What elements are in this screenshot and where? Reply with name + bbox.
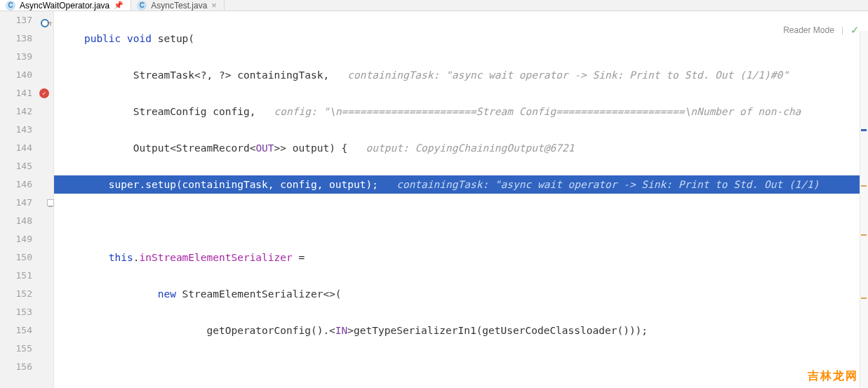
java-class-icon: C [6, 1, 15, 11]
line-number[interactable]: 138 [0, 29, 53, 48]
line-number[interactable]: 153 [0, 303, 53, 321]
pin-icon[interactable]: 📌 [114, 1, 123, 10]
line-number[interactable]: 147 [0, 194, 53, 212]
line-number[interactable]: 146 [0, 175, 53, 194]
fold-icon[interactable] [47, 199, 54, 206]
close-icon[interactable]: × [211, 0, 217, 11]
line-number[interactable]: 144 [0, 139, 53, 157]
line-number[interactable]: 141 ✓ [0, 84, 53, 102]
tab-async-wait-operator[interactable]: C AsyncWaitOperator.java 📌 [0, 0, 131, 11]
code-line[interactable]: public void setup( [54, 29, 868, 48]
warning-marker[interactable] [861, 185, 867, 187]
line-number[interactable]: 154 [0, 321, 53, 340]
line-number[interactable]: 155 [0, 340, 53, 358]
inline-hint: config: "\n======================Stream … [274, 106, 801, 117]
line-number[interactable]: 143 [0, 121, 53, 139]
breakpoint-hit-icon[interactable]: ✓ [39, 88, 49, 98]
code-line[interactable] [54, 212, 868, 230]
inline-hint: containingTask: "async wait operator -> … [347, 69, 789, 81]
code-line[interactable]: this.inStreamElementSerializer = [54, 248, 868, 267]
line-number[interactable]: 142 [0, 102, 53, 121]
warning-marker[interactable] [861, 234, 867, 236]
editor-root: C AsyncWaitOperator.java 📌 C AsyncTest.j… [0, 0, 868, 388]
code-line[interactable]: getOperatorConfig().<IN>getTypeSerialize… [54, 321, 868, 340]
tab-label: AsyncTest.java [151, 1, 207, 11]
code-area[interactable]: public void setup( StreamTask<?, ?> cont… [54, 11, 868, 388]
editor-area: 137 ↑ 138 139 140 141 ✓ 142 143 144 145 … [0, 11, 868, 388]
line-number[interactable]: 148 [0, 212, 53, 230]
watermark: 吉林龙网 [808, 369, 858, 384]
line-number[interactable]: 156 [0, 358, 53, 376]
caret-marker[interactable] [861, 129, 867, 131]
code-line[interactable]: Output<StreamRecord<OUT>> output) { outp… [54, 139, 868, 157]
code-line-highlighted[interactable]: super.setup(containingTask, config, outp… [54, 175, 868, 194]
line-number[interactable]: 139 [0, 48, 53, 66]
line-number[interactable]: 140 [0, 66, 53, 84]
java-class-icon: C [137, 1, 147, 11]
tab-label: AsyncWaitOperator.java [20, 1, 109, 11]
error-stripe[interactable] [860, 31, 868, 388]
line-number[interactable]: 145 [0, 157, 53, 175]
gutter[interactable]: 137 ↑ 138 139 140 141 ✓ 142 143 144 145 … [0, 11, 54, 388]
code-line[interactable]: StreamTask<?, ?> containingTask, contain… [54, 66, 868, 84]
line-number[interactable]: 137 ↑ [0, 11, 53, 29]
inline-hint: output: CopyingChainingOutput@6721 [366, 142, 575, 154]
code-line[interactable]: StreamConfig config, config: "\n========… [54, 102, 868, 121]
line-number[interactable]: 152 [0, 285, 53, 303]
line-number[interactable]: 149 [0, 230, 53, 248]
line-number[interactable]: 151 [0, 267, 53, 285]
line-number[interactable]: 150 [0, 248, 53, 267]
code-line[interactable]: new StreamElementSerializer<>( [54, 285, 868, 303]
code-line[interactable] [54, 358, 868, 376]
tab-bar: C AsyncWaitOperator.java 📌 C AsyncTest.j… [0, 0, 868, 11]
inline-hint: containingTask: "async wait operator -> … [396, 179, 819, 190]
tab-async-test[interactable]: C AsyncTest.java × [131, 0, 225, 11]
warning-marker[interactable] [861, 297, 867, 299]
